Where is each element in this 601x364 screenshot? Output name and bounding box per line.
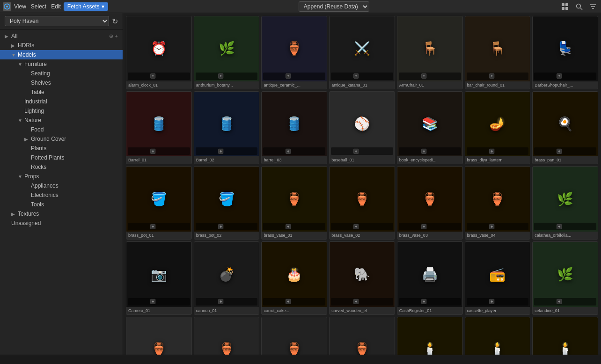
sidebar-item-furniture[interactable]: ▼ Furniture [0, 59, 123, 69]
sidebar-item-appliances[interactable]: Appliances [0, 181, 123, 190]
asset-name: brass_pot_02 [196, 233, 257, 238]
menu-select[interactable]: Select [31, 3, 46, 10]
asset-footer: Barrel_01 [126, 156, 191, 164]
asset-item[interactable]: 🏺 ceramic_vase_03 [261, 317, 327, 355]
asset-item[interactable]: 🌿 celandine_01 [532, 241, 598, 315]
asset-emoji: 🏺 [489, 193, 506, 206]
asset-item[interactable]: 🛢️ Barrel_02 [194, 91, 260, 165]
download-icon [400, 148, 447, 154]
sidebar-item-textures[interactable]: ▶ Textures [0, 209, 123, 218]
asset-item[interactable]: 💺 BarberShopChair_... [532, 16, 598, 89]
sidebar-item-unassigned[interactable]: Unassigned [0, 218, 123, 228]
download-icon [264, 224, 312, 230]
sidebar-item-tools[interactable]: Tools [0, 200, 123, 209]
asset-item[interactable]: 🪑 ArmChair_01 [397, 16, 463, 89]
sidebar-item-pottedplants[interactable]: Potted Plants [0, 153, 123, 162]
download-icon [129, 224, 176, 230]
sidebar-item-rocks[interactable]: Rocks [0, 162, 123, 172]
sidebar-item-food[interactable]: Food [0, 125, 123, 134]
sidebar-item-models[interactable]: ▼ Models [0, 50, 123, 59]
asset-item[interactable]: 🕯️ Chandelier_0... [532, 317, 598, 355]
asset-footer: celandine_01 [533, 307, 598, 314]
asset-item[interactable]: 📻 cassette_player [465, 241, 531, 315]
append-select[interactable]: Append (Reuse Data) Link Append [299, 1, 369, 12]
asset-thumbnail: 🐘 [330, 242, 395, 307]
asset-footer: brass_vase_01 [262, 232, 327, 239]
asset-item[interactable]: 🏺 brass_vase_02 [329, 166, 395, 240]
asset-emoji: 💺 [557, 42, 573, 55]
asset-item[interactable]: 📚 book_encyclopedi... [397, 91, 463, 165]
download-icon [197, 73, 244, 79]
sidebar-item-table[interactable]: Table [0, 87, 123, 97]
sidebar-item-plants[interactable]: Plants [0, 144, 123, 153]
asset-name: antique_katana_01 [331, 83, 393, 87]
asset-grid: ⏰ alarm_clock_01 🌿 [126, 16, 598, 355]
asset-item[interactable]: ⏰ alarm_clock_01 [126, 16, 192, 89]
asset-item[interactable]: 🌿 anthurium_botany... [194, 16, 260, 89]
plus-icon[interactable]: + [115, 33, 118, 39]
asset-item[interactable]: 🖨️ CashRegister_01 [397, 241, 463, 315]
asset-emoji: 🪑 [489, 42, 506, 55]
asset-item[interactable]: 🕯️ Chandelier_01 [397, 317, 463, 355]
asset-item[interactable]: ⚾ baseball_01 [329, 91, 395, 165]
asset-item[interactable]: 🍳 brass_pan_01 [532, 91, 598, 165]
grid-view-button[interactable] [560, 1, 570, 12]
asset-thumbnail: 🪣 [126, 167, 191, 232]
sidebar-item-groundcover[interactable]: ▶ Ground Cover [0, 134, 123, 144]
svg-point-6 [577, 4, 581, 8]
download-icon [332, 148, 380, 154]
asset-item[interactable]: 🏺 brass_vase_04 [465, 166, 531, 240]
asset-item[interactable]: 🏺 brass_vase_03 [397, 166, 463, 240]
search-button[interactable] [574, 1, 584, 12]
download-icon [129, 148, 176, 154]
sidebar: Poly Haven ↻ ▶ All ⊕ + ▶ HDRIs ▼ M [0, 13, 123, 355]
asset-item[interactable]: 🪑 bar_chair_round_01 [465, 16, 531, 89]
download-icon [332, 224, 380, 230]
asset-item[interactable]: 🐘 carved_wooden_el [329, 241, 395, 315]
asset-item[interactable]: 🪣 brass_pot_01 [126, 166, 192, 240]
topbar-center: Append (Reuse Data) Link Append [111, 1, 557, 12]
fetch-assets-button[interactable]: Fetch Assets ▾ [64, 2, 108, 11]
asset-footer: brass_pan_01 [533, 156, 598, 164]
asset-thumbnail: 📷 [126, 242, 191, 307]
menu-view[interactable]: View [14, 3, 26, 10]
asset-item[interactable]: ⚔️ antique_katana_01 [329, 16, 395, 89]
asset-emoji: 🛢️ [286, 117, 302, 131]
asset-name: celandine_01 [535, 308, 596, 313]
download-icon [400, 298, 447, 305]
asset-item[interactable]: 🪣 brass_pot_02 [194, 166, 260, 240]
sidebar-item-seating[interactable]: Seating [0, 69, 123, 78]
asset-item[interactable]: 🏺 ceramic_vase_02 [194, 317, 260, 355]
asset-item[interactable]: 🏺 ceramic_vase_0... [329, 317, 395, 355]
asset-item[interactable]: 💣 cannon_01 [194, 241, 260, 315]
asset-footer: brass_vase_02 [330, 232, 395, 239]
sidebar-item-industrial[interactable]: Industrial [0, 97, 123, 106]
asset-item[interactable]: 🛢️ Barrel_01 [126, 91, 192, 165]
asset-item[interactable]: 🏺 antique_ceramic_... [261, 16, 327, 89]
sidebar-item-shelves[interactable]: Shelves [0, 78, 123, 87]
add-category-icon[interactable]: ⊕ [109, 33, 113, 39]
sidebar-item-hdris[interactable]: ▶ HDRIs [0, 41, 123, 50]
sidebar-item-nature[interactable]: ▼ Nature [0, 116, 123, 125]
sidebar-item-electronics[interactable]: Electronics [0, 190, 123, 200]
source-select[interactable]: Poly Haven [5, 16, 109, 26]
asset-item[interactable]: 🌿 calathea_orbifolia... [532, 166, 598, 240]
asset-item[interactable]: 🕯️ Chandelier_02 [465, 317, 531, 355]
asset-emoji: 🏺 [422, 193, 438, 206]
asset-item[interactable]: 🪔 brass_diya_lantern [465, 91, 531, 165]
download-icon [535, 148, 583, 154]
asset-item[interactable]: 🎂 carrot_cake... [261, 241, 327, 315]
filter-button[interactable] [588, 1, 598, 12]
asset-thumbnail: 🪑 [465, 16, 530, 81]
menu-edit[interactable]: Edit [51, 3, 61, 10]
asset-item[interactable]: 🛢️ barrel_03 [261, 91, 327, 165]
asset-item[interactable]: 📷 Camera_01 [126, 241, 192, 315]
asset-emoji: ⚾ [354, 117, 370, 131]
asset-item[interactable]: 🏺 ceramic_vase_01 [126, 317, 192, 355]
refresh-button[interactable]: ↻ [112, 17, 118, 26]
asset-name: anthurium_botany... [196, 83, 257, 87]
sidebar-item-all[interactable]: ▶ All ⊕ + [0, 31, 123, 41]
sidebar-item-lighting[interactable]: Lighting [0, 106, 123, 116]
sidebar-item-props[interactable]: ▼ Props [0, 172, 123, 181]
asset-item[interactable]: 🏺 brass_vase_01 [261, 166, 327, 240]
